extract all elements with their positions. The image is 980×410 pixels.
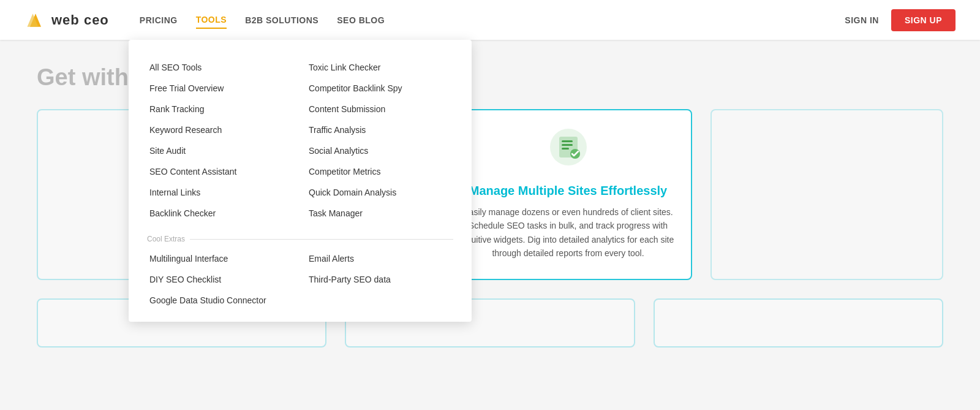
menu-rank-tracking[interactable]: Rank Tracking — [147, 100, 294, 118]
menu-toxic-link-checker[interactable]: Toxic Link Checker — [306, 58, 453, 77]
logo-icon — [24, 9, 47, 31]
card-faded-right — [710, 109, 943, 280]
nav-pricing[interactable]: PRICING — [140, 12, 178, 28]
menu-multilingual[interactable]: Multilingual Interface — [147, 249, 294, 268]
card-manage-text: Easily manage dozens or even hundreds of… — [461, 205, 676, 260]
menu-content-submission[interactable]: Content Submission — [306, 100, 453, 118]
menu-google-data-studio[interactable]: Google Data Studio Connector — [147, 291, 294, 309]
dropdown-columns: All SEO Tools Free Trial Overview Rank T… — [129, 52, 472, 229]
menu-social-analytics[interactable]: Social Analytics — [306, 142, 453, 160]
menu-email-alerts[interactable]: Email Alerts — [306, 249, 453, 268]
logo-text: web ceo — [51, 12, 109, 28]
menu-competitor-metrics[interactable]: Competitor Metrics — [306, 162, 453, 181]
menu-site-audit[interactable]: Site Audit — [147, 142, 294, 160]
svg-rect-9 — [562, 148, 569, 150]
dropdown-col-2: Toxic Link Checker Competitor Backlink S… — [306, 58, 453, 222]
menu-all-seo-tools[interactable]: All SEO Tools — [147, 58, 294, 77]
nav-b2b[interactable]: B2B SOLUTIONS — [245, 12, 318, 28]
main-nav: PRICING TOOLS B2B SOLUTIONS SEO BLOG — [140, 12, 845, 29]
tools-dropdown: All SEO Tools Free Trial Overview Rank T… — [129, 40, 472, 322]
svg-rect-7 — [562, 140, 573, 142]
menu-free-trial[interactable]: Free Trial Overview — [147, 79, 294, 97]
checklist-icon — [550, 129, 587, 165]
logo[interactable]: web ceo — [24, 9, 109, 31]
card-manage-sites: Manage Multiple Sites Effortlessly Easil… — [444, 109, 692, 280]
menu-traffic-analysis[interactable]: Traffic Analysis — [306, 121, 453, 139]
menu-competitor-backlink-spy[interactable]: Competitor Backlink Spy — [306, 79, 453, 97]
cool-extras-columns: Multilingual Interface DIY SEO Checklist… — [147, 249, 453, 309]
menu-backlink-checker[interactable]: Backlink Checker — [147, 204, 294, 222]
cool-extras-label: Cool Extras — [147, 235, 453, 243]
menu-diy-seo[interactable]: DIY SEO Checklist — [147, 270, 294, 289]
nav-blog[interactable]: SEO BLOG — [337, 12, 385, 28]
menu-keyword-research[interactable]: Keyword Research — [147, 121, 294, 139]
menu-internal-links[interactable]: Internal Links — [147, 183, 294, 202]
sign-in-link[interactable]: SIGN IN — [845, 15, 879, 25]
menu-quick-domain-analysis[interactable]: Quick Domain Analysis — [306, 183, 453, 202]
sign-up-button[interactable]: SIGN UP — [891, 9, 956, 31]
card-manage-title: Manage Multiple Sites Effortlessly — [461, 184, 676, 198]
cool-extras-section: Cool Extras Multilingual Interface DIY S… — [129, 229, 472, 309]
dropdown-col-1: All SEO Tools Free Trial Overview Rank T… — [147, 58, 294, 222]
cool-extras-col-2: Email Alerts Third-Party SEO data — [306, 249, 453, 309]
svg-rect-8 — [562, 144, 573, 146]
menu-third-party-seo[interactable]: Third-Party SEO data — [306, 270, 453, 289]
cool-extras-col-1: Multilingual Interface DIY SEO Checklist… — [147, 249, 294, 309]
menu-seo-content-assistant[interactable]: SEO Content Assistant — [147, 162, 294, 181]
header-right: SIGN IN SIGN UP — [845, 9, 956, 31]
nav-tools[interactable]: TOOLS — [196, 12, 227, 29]
header: web ceo PRICING TOOLS B2B SOLUTIONS SEO … — [0, 0, 980, 40]
card-bottom-3 — [654, 298, 943, 347]
menu-task-manager[interactable]: Task Manager — [306, 204, 453, 222]
